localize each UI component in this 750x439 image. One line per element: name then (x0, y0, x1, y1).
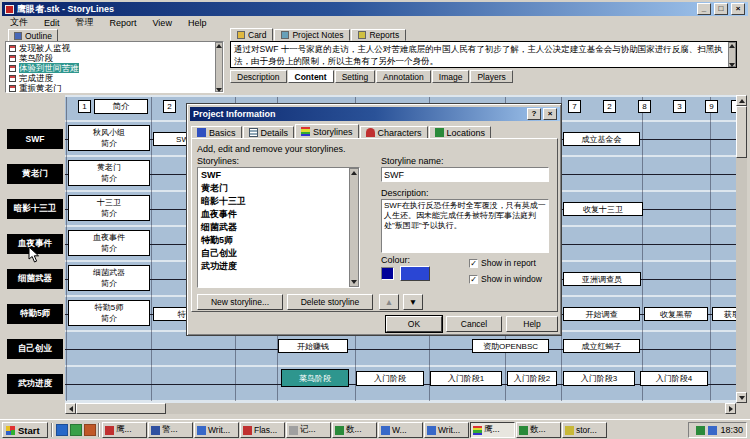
scene-card[interactable]: 入门阶段4 (640, 371, 708, 386)
task-button[interactable]: Writ... (424, 422, 469, 438)
tray-icon[interactable] (696, 426, 705, 435)
outline-item[interactable]: 菜鸟阶段 (6, 53, 223, 63)
new-storyline-button[interactable]: New storyline... (197, 294, 283, 310)
outline-scrollbar[interactable] (215, 42, 223, 92)
storyline-name-input[interactable] (381, 167, 549, 182)
description-textarea[interactable]: SWF在执行反恐任务时全军覆没，只有莫成一人生还。因未能完成任务被特别军事法庭判… (381, 199, 549, 253)
move-up-button[interactable]: ▲ (379, 294, 399, 310)
show-in-window-checkbox[interactable]: ✓ Show in window (469, 274, 542, 284)
storyline-label[interactable]: 自己创业 (7, 339, 63, 359)
storyline-list-item[interactable]: 血夜事件 (201, 208, 349, 221)
show-in-report-checkbox[interactable]: ✓ Show in report (469, 258, 536, 268)
chapter-number[interactable]: 7 (568, 100, 581, 113)
dialog-close-button[interactable]: × (543, 108, 557, 120)
storyline-list-item[interactable]: 黄老门 (201, 182, 349, 195)
menu-view[interactable]: View (145, 18, 180, 28)
storyline-label[interactable]: 细菌武器 (7, 269, 63, 289)
outline-item[interactable]: 重振黄老门 (6, 83, 223, 93)
dialog-help-button[interactable]: ? (527, 108, 541, 120)
storyline-label[interactable]: 暗影十三卫 (7, 199, 63, 219)
quicklaunch-icon[interactable] (84, 424, 96, 436)
storyline-list-item[interactable]: 细菌武器 (201, 221, 349, 234)
menu-file[interactable]: 文件 (2, 16, 36, 29)
card-text-scrollbar[interactable] (728, 42, 736, 67)
menu-report[interactable]: Report (102, 18, 145, 28)
vertical-scrollbar[interactable] (736, 95, 747, 403)
clock[interactable]: 18:30 (720, 425, 743, 435)
scene-card[interactable]: 十三卫简介 (68, 195, 150, 221)
storyline-label[interactable]: SWF (7, 129, 63, 149)
chapter-number[interactable]: 8 (638, 100, 651, 113)
task-button[interactable]: stor... (562, 422, 607, 438)
outline-item[interactable]: 发现被人监视 (6, 43, 223, 53)
scene-card[interactable]: 血夜事件简介 (68, 230, 150, 256)
storyline-list-item[interactable]: SWF (201, 169, 349, 182)
tab-setting[interactable]: Setting (335, 70, 375, 83)
scene-card[interactable]: 获取 (712, 307, 736, 321)
tab-players[interactable]: Players (470, 70, 512, 83)
task-button[interactable]: Writ... (194, 422, 239, 438)
scroll-right-button[interactable] (725, 403, 736, 414)
scene-card[interactable]: 资助OPENBSC (472, 339, 549, 353)
scroll-down-button[interactable] (736, 392, 747, 403)
scene-card[interactable]: 入门阶段 (356, 371, 424, 386)
tab-project-notes[interactable]: Project Notes (274, 29, 350, 41)
scene-card[interactable]: 特勤5师简介 (68, 300, 150, 326)
scene-card[interactable]: 入门阶段3 (563, 371, 635, 386)
scene-card[interactable]: 黄老门简介 (68, 160, 150, 186)
help-button[interactable]: Help (506, 316, 558, 332)
chapter-number[interactable]: 2 (163, 100, 176, 113)
scene-card[interactable]: 细菌武器简介 (68, 265, 150, 291)
colour-swatch[interactable] (381, 267, 394, 280)
task-button[interactable]: W... (378, 422, 423, 438)
delete-storyline-button[interactable]: Delete storyline (287, 294, 373, 310)
chapter-number[interactable]: 3 (673, 100, 686, 113)
task-button[interactable]: 鹰... (102, 422, 147, 438)
horizontal-scrollbar[interactable] (65, 403, 736, 414)
scene-card[interactable]: 亚洲调查员 (563, 272, 641, 286)
vertical-scroll-thumb[interactable] (736, 106, 747, 158)
tab-description[interactable]: Description (230, 70, 287, 83)
scene-card[interactable]: 秋风小组简介 (68, 125, 150, 151)
scene-card[interactable]: 入门阶段1 (430, 371, 502, 386)
chapter-number[interactable]: 9 (705, 100, 718, 113)
storyline-label[interactable]: 黄老门 (7, 164, 63, 184)
task-button[interactable]: 数... (516, 422, 561, 438)
scene-card[interactable]: 收复十三卫 (563, 202, 643, 216)
scene-card[interactable]: 收复黑帮 (644, 307, 708, 321)
close-button[interactable]: × (731, 3, 745, 15)
scene-card[interactable]: 成立基金会 (563, 132, 640, 146)
tray-icon[interactable] (708, 426, 717, 435)
card-text-area[interactable]: 通过对SWF 十一号家庭的走访，主人公对苦难底层的中国人民有了初步了解，主人公决… (230, 41, 737, 68)
quicklaunch-icon[interactable] (56, 424, 68, 436)
scene-card-selected[interactable]: 菜鸟阶段 (281, 369, 349, 387)
chapter-number[interactable]: 2 (603, 100, 616, 113)
maximize-button[interactable]: □ (714, 3, 728, 15)
quicklaunch-icon[interactable] (70, 424, 82, 436)
storylines-listbox[interactable]: SWF 黄老门 暗影十三卫 血夜事件 细菌武器 特勤5师 自己创业 武功进度 (197, 167, 360, 288)
ok-button[interactable]: OK (386, 316, 442, 332)
scene-card[interactable]: 成立红蝎子 (563, 339, 640, 353)
colour-picker-button[interactable] (400, 266, 430, 281)
scene-card[interactable]: 开始赚钱 (278, 339, 348, 353)
tab-annotation[interactable]: Annotation (376, 70, 431, 83)
menu-edit[interactable]: Edit (36, 18, 68, 28)
storyline-label[interactable]: 武功进度 (7, 374, 63, 394)
storylines-list-scrollbar[interactable] (349, 168, 359, 287)
tab-image[interactable]: Image (432, 70, 470, 83)
chapter-title[interactable]: 简介 (94, 99, 148, 114)
move-down-button[interactable]: ▼ (403, 294, 423, 310)
chapter-number[interactable]: 1 (78, 100, 91, 113)
minimize-button[interactable]: _ (697, 3, 711, 15)
task-button[interactable]: Flas... (240, 422, 285, 438)
scroll-left-button[interactable] (65, 403, 76, 414)
tab-card[interactable]: Card (230, 28, 273, 41)
tab-reports[interactable]: Reports (351, 29, 406, 41)
horizontal-scroll-thumb[interactable] (76, 403, 166, 414)
storyline-list-item[interactable]: 暗影十三卫 (201, 195, 349, 208)
scene-card[interactable]: 开始调查 (563, 307, 640, 321)
start-button[interactable]: Start (2, 422, 48, 438)
storyline-list-item[interactable]: 武功进度 (201, 260, 349, 273)
storyline-list-item[interactable]: 自己创业 (201, 247, 349, 260)
scene-card[interactable]: 入门阶段2 (507, 371, 557, 386)
